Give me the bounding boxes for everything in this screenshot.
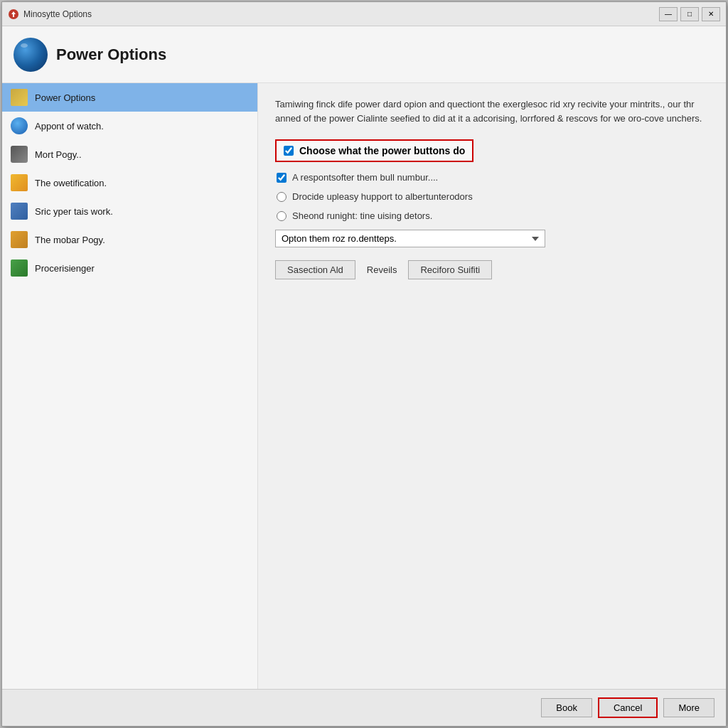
dropdown-select[interactable]: Opton them roz ro.dentteps. [275, 230, 545, 247]
sidebar-item-label: The mobar Pogy. [35, 235, 105, 245]
sidebar-item-label: Mort Pogy.. [35, 149, 82, 160]
sidebar-item-label: Power Options [35, 92, 95, 103]
title-bar: Minosytte Options — □ ✕ [2, 2, 726, 26]
mobar-pogy-icon [11, 231, 28, 248]
power-buttons-checkbox[interactable] [284, 146, 294, 156]
footer: Book Cancel More [2, 689, 726, 726]
reveils-button[interactable]: Reveils [361, 261, 403, 279]
sidebar-item-mort-pogy[interactable]: Mort Pogy.. [2, 140, 257, 168]
main-window: Minosytte Options — □ ✕ Power Options Po… [1, 1, 727, 727]
highlighted-option-container: Choose what the power buttons do [275, 139, 473, 162]
cancel-button[interactable]: Cancel [598, 697, 658, 718]
power-options-icon [11, 89, 28, 106]
header-area: Power Options [2, 26, 726, 83]
sidebar-item-power-options[interactable]: Power Options [2, 83, 257, 112]
sidebar: Power Options Appont of watch. Mort Pogy… [2, 83, 258, 689]
page-title: Power Options [56, 46, 166, 64]
owetification-icon [11, 174, 28, 191]
minimize-button[interactable]: — [659, 7, 678, 21]
book-button[interactable]: Book [541, 698, 592, 717]
maximize-button[interactable]: □ [680, 7, 699, 21]
power-buttons-label[interactable]: Choose what the power buttons do [299, 145, 465, 156]
sasection-ald-button[interactable]: Sasection Ald [275, 260, 355, 279]
sidebar-item-appont-watch[interactable]: Appont of watch. [2, 112, 257, 140]
sidebar-item-procerisienger[interactable]: Procerisienger [2, 254, 257, 282]
reciforo-suifiti-button[interactable]: Reciforo Suifiti [408, 260, 492, 279]
procerisienger-icon [11, 259, 28, 277]
sidebar-item-label: The owetification. [35, 178, 107, 188]
sidebar-item-sric-yper[interactable]: Sric yper tais work. [2, 197, 257, 225]
more-button[interactable]: More [663, 698, 714, 717]
description-text: Tamiwing finck dife power dard opion and… [275, 97, 709, 125]
radio-label-0[interactable]: Drocide upleasy hupport to albertunterod… [292, 191, 473, 202]
action-buttons: Sasection Ald Reveils Reciforo Suifiti [275, 260, 709, 279]
sub-checkbox-label[interactable]: A respontsofter them bull numbur.... [292, 172, 438, 183]
radio-label-1[interactable]: Sheond runight: tine uising detors. [292, 210, 432, 221]
header-globe-icon [14, 38, 48, 72]
sidebar-item-label: Sric yper tais work. [35, 206, 113, 217]
appont-watch-icon [11, 117, 28, 134]
radio-option-1[interactable] [277, 211, 287, 221]
radio-option-row-1: Sheond runight: tine uising detors. [275, 210, 709, 221]
content-area: Power Options Appont of watch. Mort Pogy… [2, 83, 726, 689]
title-bar-controls: — □ ✕ [659, 7, 720, 21]
radio-option-0[interactable] [277, 192, 287, 202]
mort-pogy-icon [11, 146, 28, 163]
sidebar-item-label: Procerisienger [35, 263, 95, 274]
sidebar-item-mobar-pogy[interactable]: The mobar Pogy. [2, 225, 257, 254]
close-button[interactable]: ✕ [702, 7, 720, 21]
app-icon [8, 9, 19, 20]
sub-checkbox[interactable] [277, 173, 287, 183]
sric-yper-icon [11, 203, 28, 220]
sidebar-item-owetification[interactable]: The owetification. [2, 168, 257, 197]
title-bar-left: Minosytte Options [8, 9, 92, 20]
main-content: Tamiwing finck dife power dard opion and… [258, 83, 726, 689]
checkbox-option-row: A respontsofter them bull numbur.... [275, 172, 709, 183]
sidebar-item-label: Appont of watch. [35, 121, 104, 132]
title-bar-text: Minosytte Options [23, 9, 92, 19]
radio-option-row-0: Drocide upleasy hupport to albertunterod… [275, 191, 709, 202]
dropdown-row: Opton them roz ro.dentteps. [275, 230, 709, 247]
